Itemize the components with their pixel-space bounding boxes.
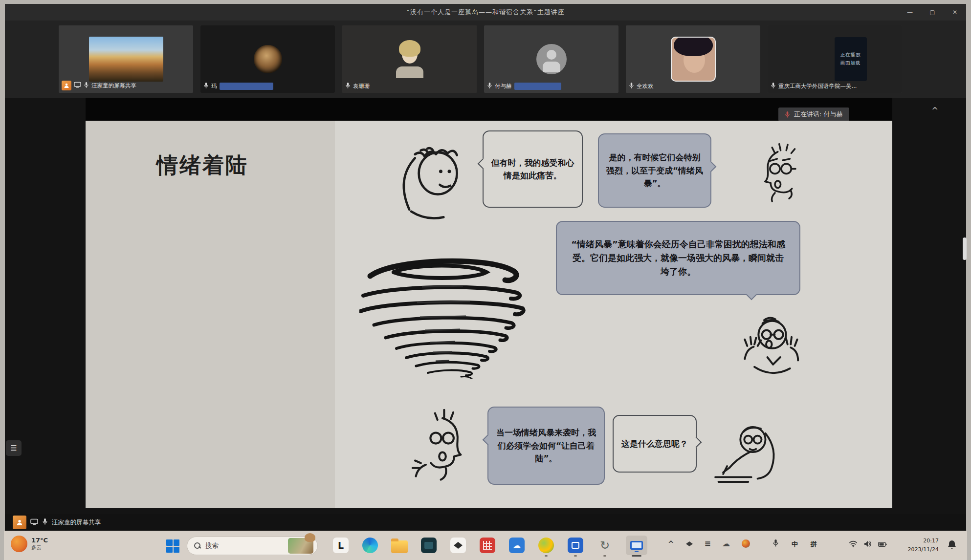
presentation-slide: 情绪着陆 但有时，我的感受和心情是如此痛苦。 bbox=[86, 121, 892, 508]
window-titlebar[interactable]: “没有一个人是一座孤岛——和谐宿舍关系”主题讲座 — ▢ ✕ bbox=[5, 4, 966, 21]
tornado-drawing bbox=[359, 252, 526, 379]
phone-overlay-line2: 画面加载 bbox=[840, 60, 861, 66]
tray-media-icon[interactable] bbox=[686, 541, 693, 546]
maximize-button[interactable]: ▢ bbox=[921, 4, 944, 21]
host-badge-icon bbox=[62, 81, 71, 90]
clock-time: 20:17 bbox=[908, 537, 939, 545]
weather-temp: 17°C bbox=[31, 537, 48, 545]
participant-name: 汪家童的屏幕共享 bbox=[91, 82, 136, 89]
participant-tile[interactable]: 袁珊珊 bbox=[342, 25, 477, 93]
participant-tile[interactable]: 正在播放 画面加载 重庆工商大学外国语学院—吴... bbox=[768, 25, 902, 93]
screenshare-icon bbox=[74, 82, 81, 89]
tray-system bbox=[849, 540, 887, 549]
speaking-indicator-label: 正在讲话: 付与赫 bbox=[794, 110, 843, 119]
red-grid-app-icon[interactable] bbox=[479, 537, 496, 554]
tray-left: ^ ≡ ☁ bbox=[668, 539, 750, 548]
participant-tile[interactable]: 付与赫 bbox=[484, 25, 618, 93]
mic-icon bbox=[487, 82, 492, 90]
participant-name: 重庆工商大学外国语学院—吴... bbox=[778, 83, 857, 90]
video-content bbox=[254, 45, 282, 73]
cartoon-figure-listener bbox=[747, 135, 817, 214]
participant-name: 全欢欢 bbox=[637, 83, 654, 90]
participant-name: 玛 bbox=[211, 83, 217, 90]
cartoon-figure-writing bbox=[699, 411, 785, 490]
speech-bubble-text: 这是什么意思呢？ bbox=[621, 437, 688, 450]
mic-icon bbox=[771, 82, 776, 90]
search-highlight-image bbox=[288, 538, 313, 554]
media-player-icon[interactable] bbox=[450, 537, 466, 554]
desktop: “没有一个人是一座孤岛——和谐宿舍关系”主题讲座 — ▢ ✕ bbox=[0, 0, 971, 560]
weather-icon bbox=[11, 536, 27, 552]
masked-name-chip bbox=[220, 83, 273, 90]
speech-bubble: 当一场情绪风暴来袭时，我们必须学会如何“让自己着陆”。 bbox=[487, 407, 605, 485]
tray-mic-icon[interactable] bbox=[772, 539, 779, 549]
screenshare-banner: 汪家童的屏幕共享 bbox=[5, 514, 966, 531]
file-explorer-icon[interactable] bbox=[391, 537, 408, 554]
default-avatar bbox=[536, 44, 567, 74]
notification-bell-icon[interactable] bbox=[948, 540, 956, 552]
shared-slide-preview bbox=[89, 37, 163, 82]
shared-screen-area: 正在讲话: 付与赫 ^ 情绪着陆 bbox=[5, 98, 966, 514]
tray-cloud-icon[interactable]: ☁ bbox=[722, 539, 730, 548]
ime-language-indicator[interactable]: 中 bbox=[792, 540, 798, 549]
speech-bubble: 这是什么意思呢？ bbox=[613, 415, 697, 473]
cartoon-figure-headache bbox=[381, 129, 479, 225]
ime-mode-indicator[interactable]: 拼 bbox=[811, 540, 817, 549]
app-l-icon[interactable]: L bbox=[332, 537, 349, 554]
edge-browser-icon[interactable] bbox=[362, 537, 378, 554]
meeting-window: “没有一个人是一座孤岛——和谐宿舍关系”主题讲座 — ▢ ✕ bbox=[5, 4, 966, 531]
masked-name-chip bbox=[514, 83, 561, 90]
search-icon bbox=[194, 542, 201, 549]
tray-color-circle-icon[interactable] bbox=[742, 539, 750, 548]
teal-app-icon[interactable] bbox=[420, 537, 437, 554]
meeting-app-icon[interactable] bbox=[567, 537, 584, 554]
taskbar: 17°C 多云 搜索 L ☁ ↻ ^ ≡ ☁ bbox=[4, 531, 967, 560]
active-mic-icon bbox=[785, 111, 790, 118]
speech-bubble: 是的，有时候它们会特别强烈，以至于变成“情绪风暴”。 bbox=[598, 133, 711, 208]
tray-middle: 中 拼 bbox=[772, 539, 817, 549]
cloud-drive-app-icon[interactable]: ☁ bbox=[508, 537, 525, 554]
participant-name: 付与赫 bbox=[495, 83, 512, 90]
weather-widget[interactable]: 17°C 多云 bbox=[11, 536, 48, 552]
tray-lines-icon[interactable]: ≡ bbox=[705, 539, 710, 548]
speech-bubble: “情绪风暴”意味着你会经历令自己非常困扰的想法和感受。它们是如此强大，就像一场强… bbox=[556, 221, 800, 295]
wifi-icon[interactable] bbox=[849, 540, 858, 549]
battery-icon[interactable] bbox=[878, 540, 887, 549]
video-content bbox=[671, 37, 716, 82]
speech-bubble-text: 当一场情绪风暴来袭时，我们必须学会如何“让自己着陆”。 bbox=[495, 426, 597, 465]
speaker-icon[interactable] bbox=[864, 540, 872, 549]
presenter-avatar bbox=[13, 516, 26, 529]
participant-tiles: 汪家童的屏幕共享 玛 bbox=[59, 25, 902, 93]
side-panel-handle[interactable] bbox=[963, 237, 967, 260]
mic-icon bbox=[629, 82, 634, 90]
start-button[interactable] bbox=[166, 539, 179, 553]
sync-app-icon[interactable]: ↻ bbox=[596, 537, 613, 554]
collapse-strip-chevron-icon[interactable]: ^ bbox=[931, 106, 938, 115]
hidden-icons-chevron[interactable]: ^ bbox=[668, 539, 674, 548]
clock-date: 2023/11/24 bbox=[908, 545, 939, 554]
video-strip: 汪家童的屏幕共享 玛 bbox=[5, 21, 966, 98]
taskbar-clock[interactable]: 20:17 2023/11/24 bbox=[908, 537, 939, 554]
mic-icon bbox=[42, 518, 48, 527]
search-box[interactable]: 搜索 bbox=[187, 537, 318, 555]
speech-bubble-text: “情绪风暴”意味着你会经历令自己非常困扰的想法和感受。它们是如此强大，就像一场强… bbox=[569, 237, 788, 279]
cartoon-figure-speaking bbox=[394, 407, 491, 490]
minimize-button[interactable]: — bbox=[899, 4, 921, 21]
mic-icon bbox=[203, 82, 209, 90]
taskbar-apps: L ☁ ↻ bbox=[332, 537, 647, 555]
participant-name: 袁珊珊 bbox=[353, 83, 370, 90]
screenshare-app-icon-active[interactable] bbox=[626, 536, 647, 555]
mic-icon bbox=[84, 82, 89, 90]
speech-bubble: 但有时，我的感受和心情是如此痛苦。 bbox=[483, 130, 583, 208]
video-content bbox=[394, 40, 425, 78]
search-placeholder: 搜索 bbox=[205, 541, 284, 550]
screenshare-banner-label: 汪家童的屏幕共享 bbox=[52, 518, 101, 527]
participant-tile[interactable]: 玛 bbox=[200, 25, 335, 93]
speaking-indicator: 正在讲话: 付与赫 bbox=[778, 108, 849, 121]
close-button[interactable]: ✕ bbox=[944, 4, 966, 21]
floating-toolbar-handle[interactable]: ☰ bbox=[6, 440, 22, 456]
participant-tile[interactable]: 全欢欢 bbox=[626, 25, 760, 93]
participant-tile-screenshare[interactable]: 汪家童的屏幕共享 bbox=[59, 25, 193, 93]
colorful-app-icon[interactable] bbox=[538, 537, 554, 554]
weather-condition: 多云 bbox=[31, 544, 48, 551]
